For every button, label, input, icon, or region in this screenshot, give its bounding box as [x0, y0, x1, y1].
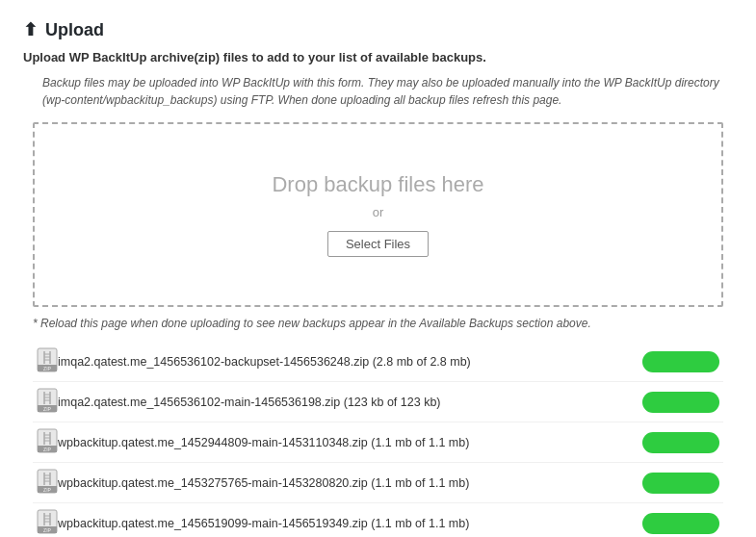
drop-zone[interactable]: Drop backup files here or Select Files: [33, 122, 723, 307]
upload-icon: ⬆: [23, 19, 38, 40]
file-name: wpbackitup.qatest.me_1452944809-main-145…: [58, 436, 642, 449]
svg-text:ZIP: ZIP: [43, 406, 51, 412]
svg-text:ZIP: ZIP: [43, 487, 51, 493]
info-text: Backup files may be uploaded into WP Bac…: [42, 74, 733, 109]
file-icon: ZIP: [37, 509, 58, 537]
svg-text:ZIP: ZIP: [43, 366, 51, 371]
file-icon: ZIP: [37, 428, 58, 456]
progress-bar: [642, 513, 719, 534]
file-icon: ZIP: [37, 347, 58, 375]
file-icon: ZIP: [37, 388, 58, 416]
page-title: ⬆ Upload: [23, 19, 733, 40]
file-icon: ZIP: [37, 469, 58, 497]
drop-or-label: or: [373, 205, 384, 219]
file-name: imqa2.qatest.me_1456536102-backupset-145…: [58, 355, 642, 369]
progress-bar: [642, 473, 719, 494]
subtitle: Upload WP BackItUp archive(zip) files to…: [23, 50, 733, 64]
progress-bar: [642, 432, 719, 453]
reload-note: * Reload this page when done uploading t…: [33, 317, 723, 330]
progress-bar: [642, 392, 719, 413]
svg-text:ZIP: ZIP: [43, 447, 51, 452]
list-item: ZIP imqa2.qatest.me_1456536102-backupset…: [33, 342, 723, 382]
list-item: ZIP wpbackitup.qatest.me_1452944809-main…: [33, 422, 723, 463]
list-item: ZIP imqa2.qatest.me_1456536102-main-1456…: [33, 382, 723, 422]
drop-text: Drop backup files here: [272, 172, 483, 197]
file-name: wpbackitup.qatest.me_1456519099-main-145…: [58, 517, 642, 530]
file-name: wpbackitup.qatest.me_1453275765-main-145…: [58, 476, 642, 490]
file-name: imqa2.qatest.me_1456536102-main-14565361…: [58, 396, 642, 409]
select-files-button[interactable]: Select Files: [327, 231, 429, 257]
list-item: ZIP wpbackitup.qatest.me_1453275765-main…: [33, 463, 723, 503]
file-list: ZIP imqa2.qatest.me_1456536102-backupset…: [33, 342, 723, 537]
svg-text:ZIP: ZIP: [43, 527, 51, 533]
progress-bar: [642, 351, 719, 372]
list-item: ZIP wpbackitup.qatest.me_1456519099-main…: [33, 503, 723, 537]
